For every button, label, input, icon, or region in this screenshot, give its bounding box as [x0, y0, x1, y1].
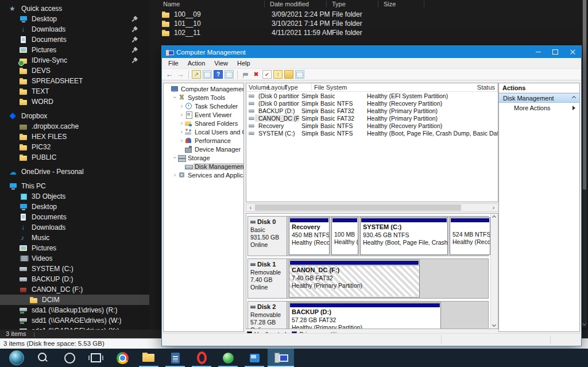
tree-item-task-scheduler[interactable]: Task Scheduler: [164, 102, 243, 110]
sidebar-item-canon-dc-f[interactable]: CANON_DC (F:): [0, 284, 149, 295]
taskbar-search-button[interactable]: [30, 349, 56, 367]
sidebar-item-music[interactable]: Music: [0, 233, 149, 243]
toolbar-back-button[interactable]: [165, 70, 174, 79]
maximize-button[interactable]: [547, 46, 564, 58]
sidebar-item-downloads[interactable]: Downloads: [0, 24, 149, 34]
horizontal-scrollbar[interactable]: ‹ ›: [246, 203, 498, 212]
disk-2-label[interactable]: Disk 2 Removable 57.28 GB Online: [248, 302, 287, 329]
sidebar-scrollbar[interactable]: [582, 0, 587, 327]
scroll-down-icon[interactable]: [492, 323, 496, 327]
sidebar-item-sda1-backup1-drives-r[interactable]: sda1 (\\Backup1\drives) (R:): [0, 305, 149, 315]
tree-item-event-viewer[interactable]: Event Viewer: [164, 110, 243, 119]
disk-view-scrollbar[interactable]: [490, 214, 498, 329]
collapse-icon[interactable]: [572, 96, 576, 100]
toolbar-details-button[interactable]: [295, 70, 304, 79]
volume-row-recovery[interactable]: Recovery Simple Basic NTFS Healthy (Reco…: [246, 122, 498, 129]
sidebar-item-documents[interactable]: Documents: [0, 212, 149, 222]
volume-column-layout[interactable]: Layout: [265, 83, 282, 91]
volume-column-file-system[interactable]: File System: [312, 83, 475, 91]
tree-item-device-manager[interactable]: Device Manager: [164, 145, 243, 153]
taskbar-start-button[interactable]: [3, 349, 30, 367]
title-bar[interactable]: Computer Management: [162, 46, 581, 58]
tree-item-services-and-applications[interactable]: Services and Applications: [164, 171, 243, 179]
sidebar-item-this-pc[interactable]: This PC: [0, 181, 149, 191]
sidebar-item-hex-files[interactable]: HEX FILES: [0, 132, 149, 142]
volume-row-disk-0-partition-5[interactable]: (Disk 0 partition 5) Simple Basic NTFS H…: [246, 99, 498, 107]
sidebar-item-backup-d[interactable]: BACKUP (D:): [0, 274, 149, 284]
more-actions-item[interactable]: More Actions: [499, 103, 579, 113]
sidebar-item-text[interactable]: TEXT: [0, 86, 149, 96]
taskbar-chrome-button[interactable]: [109, 349, 136, 367]
scroll-right-icon[interactable]: ›: [489, 204, 498, 211]
column-header-size[interactable]: Size: [384, 1, 396, 7]
taskbar-cortana-button[interactable]: [56, 349, 83, 367]
menu-action[interactable]: Action: [183, 60, 210, 67]
partition-system-c[interactable]: SYSTEM (C:) 930.45 GB NTFS Healthy (Boot…: [360, 217, 448, 255]
volume-row-disk-0-partition-2[interactable]: (Disk 0 partition 2) Simple Basic Health…: [246, 92, 498, 99]
chevron-icon[interactable]: [179, 103, 185, 109]
file-row-100-09[interactable]: 100__09 3/09/2021 2:24 PM File folder: [155, 10, 588, 20]
file-row-101-10[interactable]: 101__10 3/10/2021 7:14 PM File folder: [155, 20, 588, 29]
chevron-icon[interactable]: [172, 172, 178, 178]
partition-backup-d[interactable]: BACKUP (D:) 57.28 GB FAT32 Healthy (Prim…: [289, 302, 441, 329]
sidebar-item-sdd1-garage-drives-w[interactable]: sdd1 (\\GARAGE\drives) (W:): [0, 315, 149, 326]
scroll-up-icon[interactable]: [492, 215, 496, 219]
scroll-left-icon[interactable]: ‹: [246, 204, 255, 211]
sidebar-item-dropbox-cache[interactable]: .dropbox.cache: [0, 121, 149, 132]
taskbar-calculator-button[interactable]: [162, 349, 188, 367]
sidebar-item-desktop[interactable]: Desktop: [0, 202, 149, 212]
volume-column-status[interactable]: Status: [475, 83, 498, 91]
sidebar-item-videos[interactable]: Videos: [0, 253, 149, 264]
disk-0-label[interactable]: Disk 0 Basic 931.50 GB Online: [248, 217, 287, 256]
tree-item-storage[interactable]: Storage: [164, 153, 243, 162]
chevron-icon[interactable]: [179, 129, 185, 135]
column-header-date[interactable]: Date modified: [270, 1, 309, 7]
sidebar-item-idrive-sync[interactable]: IDrive-Sync: [0, 55, 149, 65]
menu-file[interactable]: File: [164, 60, 183, 67]
tree-item-disk-management[interactable]: Disk Management: [164, 162, 243, 171]
close-button[interactable]: [564, 46, 581, 58]
toolbar-export-button[interactable]: [192, 70, 201, 79]
sidebar-item-sdc1-garage-drives-x[interactable]: sdc1 (\\GARAGE\drives) (X:): [0, 326, 149, 330]
disk-1-label[interactable]: Disk 1 Removable 7.40 GB Online: [248, 259, 287, 298]
taskbar-green-app-button[interactable]: [215, 349, 241, 367]
file-row-102-11[interactable]: 102__11 4/11/2021 11:59 AM File folder: [155, 29, 588, 38]
toolbar-panes-button[interactable]: [225, 70, 234, 79]
tree-item-performance[interactable]: Performance: [164, 136, 243, 145]
chevron-icon[interactable]: [172, 154, 178, 161]
toolbar-forward-button[interactable]: [176, 70, 185, 79]
chevron-icon[interactable]: [172, 94, 178, 101]
menu-view[interactable]: View: [210, 60, 233, 67]
sidebar-item-documents[interactable]: Documents: [0, 34, 149, 45]
sidebar-item-pictures[interactable]: Pictures: [0, 243, 149, 253]
sidebar-item-system-c[interactable]: SYSTEM (C:): [0, 264, 149, 274]
actions-group-disk-management[interactable]: Disk Management: [499, 93, 579, 103]
menu-help[interactable]: Help: [233, 60, 255, 67]
sidebar-item-downloads[interactable]: Downloads: [0, 222, 149, 233]
sidebar-item-quick-access[interactable]: Quick access: [0, 3, 149, 14]
chevron-icon[interactable]: [179, 137, 185, 144]
toolbar-sep-button[interactable]: [235, 70, 239, 79]
toolbar-console-button[interactable]: [203, 70, 212, 79]
partition[interactable]: 100 MB Healthy (E: [331, 217, 358, 255]
toolbar-sep-button[interactable]: [187, 70, 190, 79]
scrollbar-thumb[interactable]: [255, 204, 461, 211]
column-header-type[interactable]: Type: [332, 1, 346, 7]
taskbar-mail-button[interactable]: [241, 349, 268, 367]
toolbar-check-button[interactable]: [262, 70, 272, 79]
volume-row-system-c[interactable]: SYSTEM (C:) Simple Basic NTFS Healthy (B…: [246, 129, 498, 137]
toolbar-folder-button[interactable]: [284, 70, 293, 79]
sidebar-item-dropbox[interactable]: Dropbox: [0, 111, 149, 121]
tree-item-system-tools[interactable]: System Tools: [164, 93, 243, 102]
toolbar-status-button[interactable]: [241, 70, 250, 79]
volume-column-type[interactable]: Type: [282, 83, 312, 91]
sidebar-item-pictures[interactable]: Pictures: [0, 45, 149, 55]
chevron-icon[interactable]: [179, 111, 185, 118]
taskbar-task-view-button[interactable]: [83, 349, 109, 367]
toolbar-help-button[interactable]: [214, 70, 223, 79]
volume-row-canon-dc-f[interactable]: CANON_DC (F:) Simple Basic FAT32 Healthy…: [246, 114, 498, 122]
sidebar-item-word[interactable]: WORD: [0, 96, 149, 107]
minimize-button[interactable]: [529, 46, 547, 58]
chevron-icon[interactable]: [179, 120, 185, 126]
sidebar-item-pic32[interactable]: PIC32: [0, 142, 149, 152]
